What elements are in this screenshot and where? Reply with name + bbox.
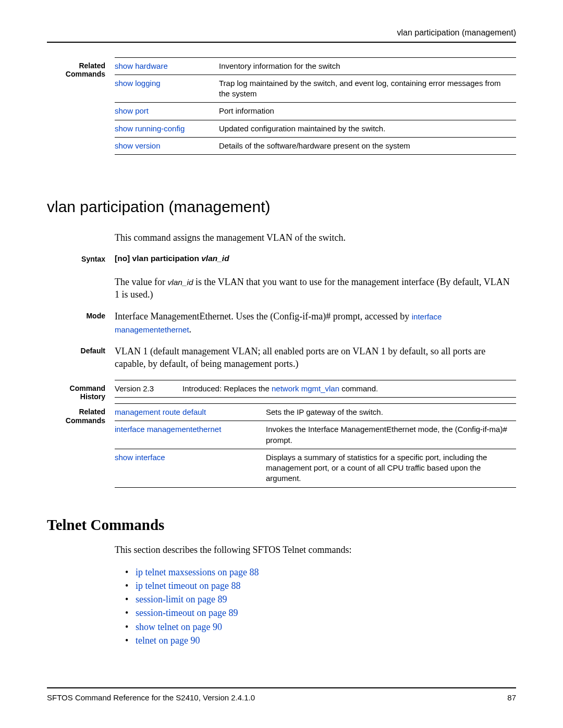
- mode-content: Interface ManagementEthernet. Uses the (…: [115, 310, 516, 336]
- list-item[interactable]: ip telnet maxsessions on page 88: [125, 565, 516, 579]
- telnet-intro: This section describes the following SFT…: [115, 544, 516, 556]
- syntax-row: Syntax [no] vlan participation vlan_id: [47, 253, 516, 264]
- cmd-link[interactable]: management route default: [115, 404, 266, 421]
- syntax-desc: The value for vlan_id is the VLAN that y…: [115, 276, 516, 301]
- history-ver: Version 2.3: [115, 380, 182, 397]
- table-row: show port Port information: [115, 103, 516, 120]
- history-label: CommandHistory: [47, 380, 115, 402]
- history-link[interactable]: network mgmt_vlan: [272, 384, 339, 393]
- syntax-label: Syntax: [47, 253, 115, 264]
- related2-label: RelatedCommands: [47, 403, 115, 425]
- list-item[interactable]: telnet on page 90: [125, 634, 516, 647]
- related2-content: management route default Sets the IP gat…: [115, 403, 516, 488]
- related-table: show hardware Inventory information for …: [115, 57, 516, 155]
- cmd-link[interactable]: show hardware: [115, 57, 219, 75]
- mode-text-b: .: [189, 324, 192, 335]
- default-label: Default: [47, 345, 115, 356]
- list-item[interactable]: session-timeout on page 89: [125, 606, 516, 620]
- syntax-no: no: [117, 254, 127, 263]
- syntax-desc-a: The value for: [115, 277, 167, 287]
- related-label: RelatedCommands: [47, 57, 115, 79]
- cmd-desc: Updated configuration maintained by the …: [219, 120, 516, 137]
- cmd-link[interactable]: show running-config: [115, 120, 219, 137]
- list-item[interactable]: ip telnet timeout on page 88: [125, 579, 516, 593]
- mode-label: Mode: [47, 310, 115, 321]
- default-row: Default VLAN 1 (default management VLAN;…: [47, 345, 516, 371]
- page-header-title: vlan participation (management): [397, 27, 516, 39]
- footer-left: SFTOS Command Reference for the S2410, V…: [47, 693, 255, 703]
- cmd-link[interactable]: show logging: [115, 75, 219, 103]
- syntax-content: [no] vlan participation vlan_id: [115, 253, 516, 264]
- footer-rule: [47, 687, 516, 688]
- mode-row: Mode Interface ManagementEthernet. Uses …: [47, 310, 516, 336]
- cmd-link[interactable]: show version: [115, 137, 219, 154]
- cmd-desc: Displays a summary of statistics for a s…: [266, 449, 516, 487]
- section-intro: This command assigns the management VLAN…: [115, 231, 516, 244]
- cmd-link[interactable]: interface managementethernet: [115, 421, 266, 449]
- cmd-desc: Sets the IP gateway of the switch.: [266, 404, 516, 421]
- syntax-desc-param: vlan_id: [167, 278, 193, 287]
- history-row: CommandHistory Version 2.3 Introduced: R…: [47, 380, 516, 402]
- table-row: show interface Displays a summary of sta…: [115, 449, 516, 487]
- cmd-desc: Invokes the Interface ManagementEthernet…: [266, 421, 516, 449]
- page: vlan participation (management) RelatedC…: [0, 0, 563, 728]
- table-row: show running-config Updated configuratio…: [115, 120, 516, 137]
- cmd-desc: Details of the software/hardware present…: [219, 137, 516, 154]
- telnet-list: ip telnet maxsessions on page 88 ip teln…: [125, 565, 516, 647]
- history-content: Version 2.3 Introduced: Replaces the net…: [115, 380, 516, 398]
- table-row: Version 2.3 Introduced: Replaces the net…: [115, 380, 516, 397]
- history-table: Version 2.3 Introduced: Replaces the net…: [115, 380, 516, 398]
- related-table-wrap: show hardware Inventory information for …: [115, 57, 516, 155]
- cmd-desc: Port information: [219, 103, 516, 120]
- table-row: management route default Sets the IP gat…: [115, 404, 516, 421]
- table-row: interface managementethernet Invokes the…: [115, 421, 516, 449]
- cmd-link[interactable]: show port: [115, 103, 219, 120]
- table-row: show logging Trap log maintained by the …: [115, 75, 516, 103]
- table-row: show version Details of the software/har…: [115, 137, 516, 154]
- history-text-a: Introduced: Replaces the: [182, 384, 272, 393]
- table-row: show hardware Inventory information for …: [115, 57, 516, 75]
- syntax-param: vlan_id: [201, 254, 229, 263]
- list-item[interactable]: show telnet on page 90: [125, 620, 516, 634]
- page-footer: SFTOS Command Reference for the S2410, V…: [47, 687, 516, 703]
- history-text-b: command.: [339, 384, 378, 393]
- cmd-link[interactable]: show interface: [115, 449, 266, 487]
- history-text: Introduced: Replaces the network mgmt_vl…: [182, 380, 516, 397]
- header-rule: [47, 42, 516, 43]
- footer-page: 87: [507, 693, 516, 703]
- related2-table: management route default Sets the IP gat…: [115, 403, 516, 488]
- page-header-row: vlan participation (management): [47, 27, 516, 42]
- related2-row: RelatedCommands management route default…: [47, 403, 516, 488]
- mode-text-a: Interface ManagementEthernet. Uses the (…: [115, 311, 412, 322]
- default-content: VLAN 1 (default management VLAN; all ena…: [115, 345, 516, 371]
- list-item[interactable]: session-limit on page 89: [125, 593, 516, 606]
- cmd-desc: Trap log maintained by the switch, and e…: [219, 75, 516, 103]
- syntax-cmd: vlan participation: [132, 254, 199, 263]
- footer-row: SFTOS Command Reference for the S2410, V…: [47, 693, 516, 703]
- related-commands-top: RelatedCommands show hardware Inventory …: [47, 57, 516, 155]
- section-heading: vlan participation (management): [47, 196, 516, 218]
- syntax-text: [no] vlan participation vlan_id: [115, 254, 229, 263]
- telnet-heading: Telnet Commands: [47, 515, 516, 535]
- cmd-desc: Inventory information for the switch: [219, 57, 516, 75]
